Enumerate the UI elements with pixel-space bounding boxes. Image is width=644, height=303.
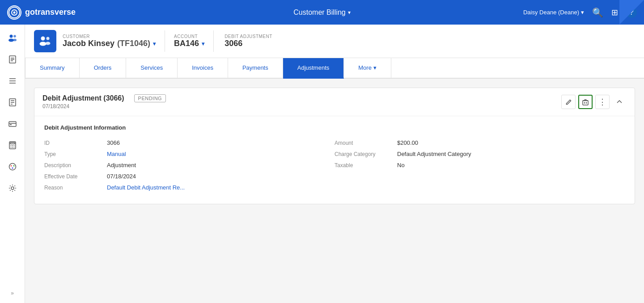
customer-label: CUSTOMER <box>63 34 156 39</box>
label-id: ID <box>44 140 107 146</box>
tab-adjustments[interactable]: Adjustments <box>283 58 344 79</box>
nav-triangle-decoration <box>619 0 644 25</box>
sidebar-item-calculator[interactable] <box>3 135 22 155</box>
svg-rect-38 <box>583 101 588 105</box>
svg-point-2 <box>13 11 16 13</box>
sidebar-item-documents[interactable] <box>3 50 22 69</box>
customer-header: CUSTOMER Jacob Kinsey (TF1046) ▾ ACCOUNT… <box>25 25 644 58</box>
value-reason: Default Debit Adjustment Re... <box>107 184 185 191</box>
tab-summary[interactable]: Summary <box>25 58 80 79</box>
user-dropdown-arrow: ▾ <box>581 9 584 16</box>
info-grid: ID 3066 Type Manual Description Adjustme… <box>44 137 625 193</box>
adjustment-card: Debit Adjustment (3066) PENDING 07/18/20… <box>34 88 635 204</box>
tab-more[interactable]: More ▾ <box>344 58 391 79</box>
card-date: 07/18/2024 <box>42 103 166 109</box>
app-title[interactable]: Customer Billing ▾ <box>293 8 350 17</box>
delete-button[interactable] <box>578 95 593 109</box>
tab-orders[interactable]: Orders <box>80 58 127 79</box>
card-body: Debit Adjustment Information ID 3066 Typ… <box>34 116 635 204</box>
card-actions: ⋮ <box>561 95 627 109</box>
svg-point-24 <box>12 145 13 146</box>
customer-name-row: Jacob Kinsey (TF1046) ▾ <box>63 39 156 48</box>
info-row-type: Type Manual <box>44 148 335 160</box>
sidebar-item-palette[interactable] <box>3 157 22 177</box>
tab-invoices[interactable]: Invoices <box>178 58 228 79</box>
nav-center: Customer Billing ▾ <box>293 8 350 17</box>
info-row-reason: Reason Default Debit Adjustment Re... <box>44 182 335 193</box>
info-row-description: Description Adjustment <box>44 160 335 171</box>
header-divider-1 <box>165 30 165 52</box>
account-name-text: BA146 <box>174 39 199 48</box>
user-name: Daisy Deane (Deane) <box>523 9 579 16</box>
sidebar: » <box>0 25 25 303</box>
svg-point-26 <box>10 147 11 148</box>
value-description: Adjustment <box>107 162 136 168</box>
edit-button[interactable] <box>561 95 576 109</box>
logo[interactable]: gotransverse <box>7 5 76 20</box>
svg-point-35 <box>40 42 47 46</box>
label-reason: Reason <box>44 185 107 191</box>
svg-point-28 <box>13 147 14 148</box>
label-amount: Amount <box>335 140 397 146</box>
tab-bar: Summary Orders Services Invoices Payment… <box>25 58 644 79</box>
value-effective-date: 07/18/2024 <box>107 173 136 180</box>
info-row-amount: Amount $200.00 <box>335 137 625 148</box>
section-title: Debit Adjustment Information <box>44 124 625 131</box>
card-header-wrap: Debit Adjustment (3066) PENDING 07/18/20… <box>42 94 166 109</box>
sidebar-item-notes[interactable] <box>3 93 22 112</box>
svg-point-30 <box>10 165 12 167</box>
account-info: ACCOUNT BA146 ▾ <box>174 34 204 48</box>
sidebar-expand-button[interactable]: » <box>3 287 22 299</box>
customer-avatar <box>34 30 56 52</box>
label-description: Description <box>44 162 107 168</box>
svg-point-3 <box>9 35 13 38</box>
svg-point-23 <box>10 145 11 146</box>
svg-point-33 <box>11 187 14 189</box>
label-type: Type <box>44 151 107 157</box>
info-row-effective-date: Effective Date 07/18/2024 <box>44 171 335 182</box>
customer-id-text: (TF1046) <box>117 39 150 48</box>
svg-point-31 <box>13 165 14 167</box>
customer-dropdown-icon[interactable]: ▾ <box>153 41 156 47</box>
account-name-row: BA146 ▾ <box>174 39 204 48</box>
svg-point-37 <box>46 42 51 45</box>
user-menu[interactable]: Daisy Deane (Deane) ▾ <box>523 9 584 16</box>
collapse-button[interactable] <box>612 95 627 109</box>
search-icon[interactable]: 🔍 <box>592 7 603 18</box>
label-charge-category: Charge Category <box>335 151 397 157</box>
sidebar-item-settings[interactable] <box>3 178 22 198</box>
card-title: Debit Adjustment (3066) <box>42 94 124 102</box>
header-divider-2 <box>213 30 214 52</box>
logo-circle-icon <box>7 5 21 20</box>
card-header: Debit Adjustment (3066) PENDING 07/18/20… <box>34 88 635 116</box>
tab-services[interactable]: Services <box>126 58 178 79</box>
label-effective-date: Effective Date <box>44 173 107 180</box>
info-row-charge-category: Charge Category Default Adjustment Categ… <box>335 148 625 160</box>
tab-payments[interactable]: Payments <box>228 58 283 79</box>
info-column-left: ID 3066 Type Manual Description Adjustme… <box>44 137 335 193</box>
account-label: ACCOUNT <box>174 34 204 39</box>
svg-point-27 <box>12 147 13 148</box>
svg-point-25 <box>13 145 14 146</box>
customer-info: CUSTOMER Jacob Kinsey (TF1046) ▾ <box>63 34 156 48</box>
more-options-button[interactable]: ⋮ <box>595 95 610 109</box>
top-nav: gotransverse Customer Billing ▾ Daisy De… <box>0 0 644 25</box>
value-type: Manual <box>107 151 126 157</box>
sidebar-item-reports[interactable] <box>3 71 22 91</box>
sidebar-item-customers[interactable] <box>3 28 22 48</box>
sidebar-item-cards[interactable] <box>3 114 22 134</box>
grid-icon[interactable]: ⊞ <box>611 8 618 17</box>
svg-rect-18 <box>9 122 16 126</box>
value-charge-category: Default Adjustment Category <box>397 151 471 157</box>
status-badge: PENDING <box>134 94 166 102</box>
label-taxable: Taxable <box>335 162 397 168</box>
svg-point-6 <box>13 39 17 42</box>
info-row-taxable: Taxable No <box>335 160 625 171</box>
customer-name-text: Jacob Kinsey <box>63 39 114 48</box>
value-amount: $200.00 <box>397 139 418 146</box>
debit-info: DEBIT ADJUSTMENT 3066 <box>225 34 272 48</box>
svg-point-29 <box>9 164 16 170</box>
value-taxable: No <box>397 162 405 168</box>
content-area: Debit Adjustment (3066) PENDING 07/18/20… <box>25 79 644 213</box>
account-dropdown-icon[interactable]: ▾ <box>202 41 204 47</box>
